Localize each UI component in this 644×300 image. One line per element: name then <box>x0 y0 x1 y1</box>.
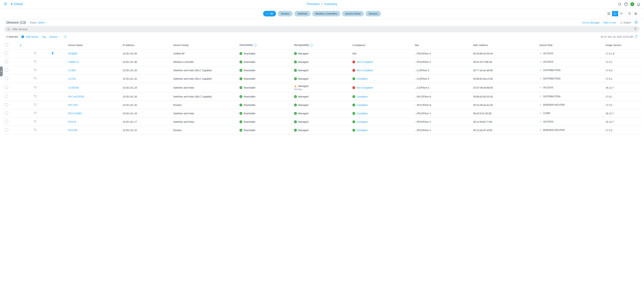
role-cell[interactable]: ACCESS <box>539 60 553 63</box>
device-name-link[interactable]: PDX-RN <box>68 129 78 132</box>
compliance-link[interactable]: Compliant <box>356 104 368 106</box>
row-checkbox[interactable] <box>5 111 8 115</box>
info-icon[interactable]: i <box>64 35 67 38</box>
chip-wireless-controllers[interactable]: Wireless Controllers <box>312 11 340 17</box>
bell-icon[interactable] <box>637 2 640 6</box>
compliance-link[interactable]: Compliant <box>356 120 368 123</box>
tag-icon[interactable] <box>34 78 37 81</box>
role-cell[interactable]: ACCESS <box>539 86 553 89</box>
go-to-old-page-link[interactable]: Go to old page <box>582 21 600 24</box>
col-image-ver[interactable]: Image Version <box>604 41 641 49</box>
view-list-icon[interactable] <box>612 11 618 16</box>
add-device-link[interactable]: + Add Device <box>21 35 38 38</box>
tag-icon[interactable] <box>34 87 37 90</box>
col-device-name[interactable]: Device Name <box>66 41 121 49</box>
view-card-icon[interactable] <box>606 11 612 16</box>
compliance-link[interactable]: Compliant <box>356 129 368 132</box>
role-cell[interactable]: DISTRIBUTION <box>539 77 560 80</box>
col-reachability[interactable]: Reachabilityi <box>238 41 293 49</box>
tag-link[interactable]: Tag <box>42 35 46 38</box>
chip-switches[interactable]: Switches <box>294 11 310 17</box>
row-checkbox[interactable] <box>5 86 8 89</box>
mac-text: 30:8b:b2:b5:32:00 <box>472 92 538 101</box>
tag-icon[interactable] <box>34 96 37 99</box>
device-name-link[interactable]: NYC-RO <box>68 104 78 106</box>
select-all-checkbox[interactable] <box>5 43 8 46</box>
device-name-link[interactable]: C9800-CL <box>68 61 79 63</box>
col-compliance[interactable]: Compliance <box>351 41 414 49</box>
role-cell[interactable]: ACCESS <box>539 52 553 55</box>
device-name-link[interactable]: PDX-M <box>68 120 76 123</box>
chip-access-points[interactable]: Access Points <box>342 11 364 17</box>
role-cell[interactable]: DISTRIBUTION <box>539 69 560 72</box>
info-icon[interactable]: i <box>254 44 256 47</box>
system-status-icon[interactable] <box>630 2 634 6</box>
compliance-link[interactable]: Non-Compliant <box>356 86 373 89</box>
location-global[interactable]: Global <box>10 2 23 6</box>
tag-icon[interactable] <box>34 129 37 132</box>
chip-all[interactable]: All <box>263 11 276 17</box>
tag-icon[interactable] <box>34 53 37 56</box>
role-cell[interactable]: DISTRIBUTION <box>539 95 560 98</box>
view-map-icon[interactable] <box>626 11 633 16</box>
compliance-link[interactable]: Compliant <box>356 95 368 98</box>
ip-text: 10.93.141.69 <box>121 49 172 58</box>
info-icon[interactable]: i <box>310 44 313 47</box>
tag-icon[interactable] <box>34 112 37 115</box>
row-checkbox[interactable] <box>5 128 8 131</box>
row-checkbox[interactable] <box>5 68 8 72</box>
role-cell[interactable]: BORDER ROUTER <box>539 129 565 131</box>
breadcrumb-inventory[interactable]: Inventory <box>324 2 338 6</box>
device-name-link[interactable]: PDX-CORE1 <box>68 112 82 115</box>
col-mac[interactable]: MAC Address <box>472 41 538 49</box>
row-checkbox[interactable] <box>5 60 8 63</box>
search-icon[interactable] <box>618 2 622 6</box>
refresh-icon[interactable] <box>634 35 638 39</box>
tag-icon[interactable] <box>34 69 37 72</box>
chip-sensors[interactable]: Sensors <box>366 11 381 17</box>
plus-badge-icon: + <box>21 35 24 38</box>
row-checkbox[interactable] <box>5 95 8 98</box>
view-globe-icon[interactable] <box>633 11 639 16</box>
role-cell[interactable]: BORDER ROUTER <box>539 103 565 106</box>
actions-dropdown[interactable]: Actions <box>49 35 60 38</box>
col-role[interactable]: Device Role <box>538 41 604 49</box>
side-drawer-handle[interactable] <box>0 67 3 76</box>
chip-routers[interactable]: Routers <box>278 11 293 17</box>
focus-select[interactable]: Select <box>38 21 47 24</box>
compliance-link[interactable]: Non-Compliant <box>356 69 373 72</box>
row-checkbox[interactable] <box>5 52 8 55</box>
col-ip[interactable]: IP Address <box>121 41 172 49</box>
view-topology-icon[interactable] <box>618 11 624 16</box>
row-checkbox[interactable] <box>5 120 8 123</box>
device-name-link[interactable]: LO-BN <box>68 69 76 72</box>
filter-icon[interactable] <box>634 27 637 31</box>
col-manageability[interactable]: Manageabilityi <box>293 41 351 49</box>
device-name-link[interactable]: AP3800i <box>68 52 77 55</box>
export-link[interactable]: Export <box>620 21 631 24</box>
status-ok-icon <box>352 77 355 80</box>
hamburger-icon[interactable] <box>4 2 7 6</box>
role-cell[interactable]: CORE <box>539 112 550 115</box>
row-checkbox[interactable] <box>5 77 8 80</box>
device-name-link[interactable]: LO-CN <box>68 77 76 80</box>
compliance-link[interactable]: Compliant <box>356 112 368 115</box>
compliance-link[interactable]: Non-Compliant <box>356 61 373 63</box>
device-name-link[interactable]: LO-EDGE <box>68 86 79 89</box>
col-site[interactable]: Site <box>413 41 472 49</box>
settings-icon[interactable] <box>634 21 638 24</box>
take-tour-link[interactable]: Take a tour <box>603 21 616 24</box>
col-family[interactable]: Device Family <box>172 41 238 49</box>
breadcrumb-provision[interactable]: Provision <box>306 2 320 6</box>
tag-icon[interactable] <box>34 121 37 124</box>
help-icon[interactable] <box>624 2 628 6</box>
device-name-link[interactable]: NYC-ACCESS <box>68 95 84 98</box>
sort-asc-icon[interactable] <box>20 44 22 47</box>
search-input[interactable] <box>12 28 632 31</box>
compliance-link[interactable]: Compliant <box>356 77 368 80</box>
tag-icon[interactable] <box>34 104 37 107</box>
row-checkbox[interactable] <box>5 103 8 106</box>
reachability-text: Reachable <box>244 69 256 72</box>
role-cell[interactable]: ACCESS <box>539 120 553 123</box>
tag-icon[interactable] <box>34 61 37 64</box>
